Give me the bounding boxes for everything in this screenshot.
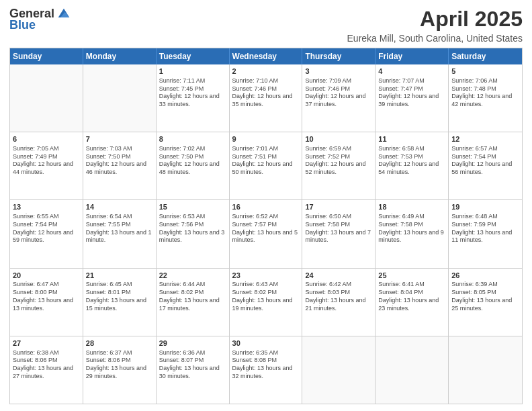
day-info: Sunrise: 6:38 AM Sunset: 8:06 PM Dayligh… xyxy=(13,349,80,381)
day-info: Sunrise: 7:06 AM Sunset: 7:48 PM Dayligh… xyxy=(451,77,519,109)
day-info: Sunrise: 7:10 AM Sunset: 7:46 PM Dayligh… xyxy=(232,77,300,109)
calendar-cell: 15Sunrise: 6:53 AM Sunset: 7:56 PM Dayli… xyxy=(157,200,230,267)
calendar-cell: 5Sunrise: 7:06 AM Sunset: 7:48 PM Daylig… xyxy=(449,64,522,132)
weekday-header-wednesday: Wednesday xyxy=(230,48,303,64)
calendar-cell: 21Sunrise: 6:45 AM Sunset: 8:01 PM Dayli… xyxy=(83,269,157,336)
calendar-header: SundayMondayTuesdayWednesdayThursdayFrid… xyxy=(10,48,522,64)
calendar-cell: 20Sunrise: 6:47 AM Sunset: 8:00 PM Dayli… xyxy=(10,269,83,336)
day-info: Sunrise: 6:37 AM Sunset: 8:06 PM Dayligh… xyxy=(86,349,153,381)
day-info: Sunrise: 6:42 AM Sunset: 8:03 PM Dayligh… xyxy=(305,281,372,312)
day-number: 28 xyxy=(86,338,153,349)
day-info: Sunrise: 6:57 AM Sunset: 7:54 PM Dayligh… xyxy=(451,145,519,177)
day-info: Sunrise: 6:45 AM Sunset: 8:01 PM Dayligh… xyxy=(86,281,153,312)
calendar-cell: 22Sunrise: 6:44 AM Sunset: 8:02 PM Dayli… xyxy=(157,269,230,336)
calendar: SundayMondayTuesdayWednesdayThursdayFrid… xyxy=(9,48,523,404)
calendar-cell: 26Sunrise: 6:39 AM Sunset: 8:05 PM Dayli… xyxy=(449,269,522,336)
logo: General Blue xyxy=(9,7,71,32)
day-info: Sunrise: 6:44 AM Sunset: 8:02 PM Dayligh… xyxy=(159,281,226,312)
day-info: Sunrise: 7:09 AM Sunset: 7:46 PM Dayligh… xyxy=(305,77,372,109)
day-number: 25 xyxy=(378,271,445,281)
day-info: Sunrise: 6:58 AM Sunset: 7:53 PM Dayligh… xyxy=(378,145,445,177)
logo-icon xyxy=(57,7,71,21)
day-number: 13 xyxy=(13,202,80,212)
calendar-cell: 3Sunrise: 7:09 AM Sunset: 7:46 PM Daylig… xyxy=(302,64,375,132)
day-number: 9 xyxy=(232,134,300,144)
weekday-header-monday: Monday xyxy=(83,48,157,64)
day-info: Sunrise: 7:05 AM Sunset: 7:49 PM Dayligh… xyxy=(13,145,80,177)
day-number: 8 xyxy=(159,134,226,144)
weekday-header-friday: Friday xyxy=(375,48,449,64)
day-info: Sunrise: 6:35 AM Sunset: 8:08 PM Dayligh… xyxy=(232,349,300,381)
calendar-row-5: 27Sunrise: 6:38 AM Sunset: 8:06 PM Dayli… xyxy=(10,336,522,404)
calendar-cell: 18Sunrise: 6:49 AM Sunset: 7:58 PM Dayli… xyxy=(375,200,449,267)
day-number: 27 xyxy=(13,338,80,349)
header-right: April 2025 Eureka Mill, South Carolina, … xyxy=(347,7,523,44)
day-info: Sunrise: 6:48 AM Sunset: 7:59 PM Dayligh… xyxy=(451,213,519,244)
weekday-header-sunday: Sunday xyxy=(10,48,83,64)
calendar-cell xyxy=(302,336,375,404)
page: General Blue April 2025 Eureka Mill, Sou… xyxy=(0,0,532,411)
day-number: 15 xyxy=(159,202,226,212)
calendar-cell: 12Sunrise: 6:57 AM Sunset: 7:54 PM Dayli… xyxy=(449,132,522,199)
day-number: 29 xyxy=(159,338,226,349)
day-info: Sunrise: 6:55 AM Sunset: 7:54 PM Dayligh… xyxy=(13,213,80,244)
calendar-cell: 14Sunrise: 6:54 AM Sunset: 7:55 PM Dayli… xyxy=(83,200,157,267)
calendar-cell: 9Sunrise: 7:01 AM Sunset: 7:51 PM Daylig… xyxy=(230,132,303,199)
calendar-cell xyxy=(449,336,522,404)
calendar-row-4: 20Sunrise: 6:47 AM Sunset: 8:00 PM Dayli… xyxy=(10,269,522,336)
day-number: 10 xyxy=(305,134,372,144)
day-info: Sunrise: 7:11 AM Sunset: 7:45 PM Dayligh… xyxy=(159,77,226,109)
day-info: Sunrise: 6:59 AM Sunset: 7:52 PM Dayligh… xyxy=(305,145,372,177)
calendar-cell: 24Sunrise: 6:42 AM Sunset: 8:03 PM Dayli… xyxy=(302,269,375,336)
day-number: 20 xyxy=(13,271,80,281)
calendar-cell: 4Sunrise: 7:07 AM Sunset: 7:47 PM Daylig… xyxy=(375,64,449,132)
day-info: Sunrise: 6:54 AM Sunset: 7:55 PM Dayligh… xyxy=(86,213,153,244)
calendar-cell: 16Sunrise: 6:52 AM Sunset: 7:57 PM Dayli… xyxy=(230,200,303,267)
calendar-cell xyxy=(375,336,449,404)
calendar-cell: 17Sunrise: 6:50 AM Sunset: 7:58 PM Dayli… xyxy=(302,200,375,267)
day-info: Sunrise: 7:07 AM Sunset: 7:47 PM Dayligh… xyxy=(378,77,445,109)
weekday-header-tuesday: Tuesday xyxy=(157,48,230,64)
day-number: 26 xyxy=(451,271,519,281)
day-info: Sunrise: 6:47 AM Sunset: 8:00 PM Dayligh… xyxy=(13,281,80,312)
day-number: 22 xyxy=(159,271,226,281)
calendar-cell: 11Sunrise: 6:58 AM Sunset: 7:53 PM Dayli… xyxy=(375,132,449,199)
calendar-cell: 27Sunrise: 6:38 AM Sunset: 8:06 PM Dayli… xyxy=(10,336,83,404)
page-title: April 2025 xyxy=(347,7,523,32)
calendar-cell: 1Sunrise: 7:11 AM Sunset: 7:45 PM Daylig… xyxy=(157,64,230,132)
day-info: Sunrise: 6:49 AM Sunset: 7:58 PM Dayligh… xyxy=(378,213,445,244)
day-number: 19 xyxy=(451,202,519,212)
calendar-cell: 28Sunrise: 6:37 AM Sunset: 8:06 PM Dayli… xyxy=(83,336,157,404)
calendar-cell xyxy=(10,64,83,132)
page-subtitle: Eureka Mill, South Carolina, United Stat… xyxy=(347,33,523,44)
day-number: 7 xyxy=(86,134,153,144)
day-info: Sunrise: 6:41 AM Sunset: 8:04 PM Dayligh… xyxy=(378,281,445,312)
calendar-row-3: 13Sunrise: 6:55 AM Sunset: 7:54 PM Dayli… xyxy=(10,200,522,268)
day-number: 5 xyxy=(451,66,519,77)
calendar-cell: 6Sunrise: 7:05 AM Sunset: 7:49 PM Daylig… xyxy=(10,132,83,199)
calendar-row-1: 1Sunrise: 7:11 AM Sunset: 7:45 PM Daylig… xyxy=(10,64,522,132)
day-number: 18 xyxy=(378,202,445,212)
weekday-header-thursday: Thursday xyxy=(302,48,375,64)
day-info: Sunrise: 6:52 AM Sunset: 7:57 PM Dayligh… xyxy=(232,213,300,244)
day-number: 30 xyxy=(232,338,300,349)
day-info: Sunrise: 6:53 AM Sunset: 7:56 PM Dayligh… xyxy=(159,213,226,244)
calendar-body: 1Sunrise: 7:11 AM Sunset: 7:45 PM Daylig… xyxy=(10,64,522,404)
calendar-cell: 19Sunrise: 6:48 AM Sunset: 7:59 PM Dayli… xyxy=(449,200,522,267)
day-number: 21 xyxy=(86,271,153,281)
day-number: 12 xyxy=(451,134,519,144)
calendar-cell xyxy=(83,64,157,132)
day-number: 11 xyxy=(378,134,445,144)
calendar-row-2: 6Sunrise: 7:05 AM Sunset: 7:49 PM Daylig… xyxy=(10,132,522,200)
calendar-cell: 30Sunrise: 6:35 AM Sunset: 8:08 PM Dayli… xyxy=(230,336,303,404)
day-number: 16 xyxy=(232,202,300,212)
calendar-cell: 7Sunrise: 7:03 AM Sunset: 7:50 PM Daylig… xyxy=(83,132,157,199)
day-number: 1 xyxy=(159,66,226,77)
day-info: Sunrise: 6:43 AM Sunset: 8:02 PM Dayligh… xyxy=(232,281,300,312)
day-number: 3 xyxy=(305,66,372,77)
day-info: Sunrise: 6:39 AM Sunset: 8:05 PM Dayligh… xyxy=(451,281,519,312)
calendar-cell: 29Sunrise: 6:36 AM Sunset: 8:07 PM Dayli… xyxy=(157,336,230,404)
header: General Blue April 2025 Eureka Mill, Sou… xyxy=(9,7,523,44)
day-info: Sunrise: 7:01 AM Sunset: 7:51 PM Dayligh… xyxy=(232,145,300,177)
day-info: Sunrise: 6:50 AM Sunset: 7:58 PM Dayligh… xyxy=(305,213,372,244)
